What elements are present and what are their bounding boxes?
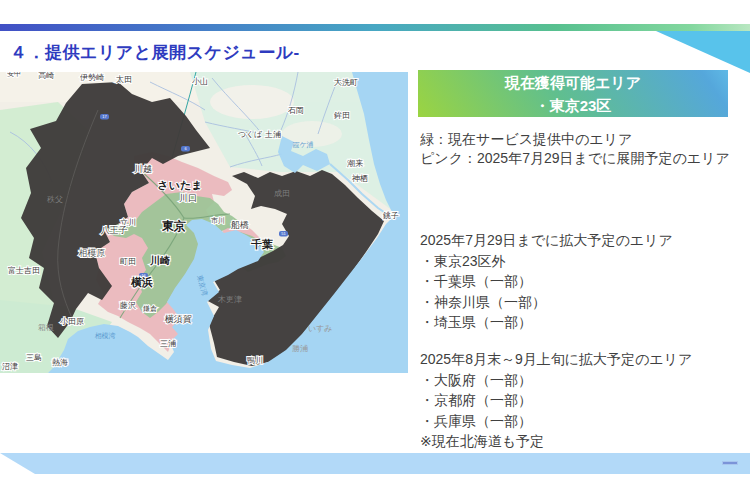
bottom-dash-decoration	[722, 461, 738, 465]
service-area-map: 1761651 高崎安中伊勢崎太田小山さいたま川越川口東京立川八王子相模原町田川…	[0, 72, 408, 373]
city-label: 横須賀	[165, 314, 192, 324]
city-label: 八王子	[101, 225, 128, 235]
city-label: 鎌倉	[143, 305, 157, 313]
route-shield-number: 51	[281, 231, 286, 236]
city-label: 大洗町	[334, 78, 358, 87]
city-label: 三島	[26, 353, 42, 362]
city-label: 東京	[161, 219, 186, 233]
city-label: 藤沢	[119, 301, 136, 310]
city-label: 土浦	[264, 130, 281, 139]
city-label: 小山	[192, 77, 208, 86]
city-label: 高崎	[38, 72, 54, 80]
city-label: 川崎	[149, 255, 170, 266]
water-label: 相模湾	[95, 332, 116, 340]
list-item: ・東京23区外	[420, 251, 748, 272]
city-label: 市川	[211, 216, 225, 224]
city-label: 川越	[134, 164, 152, 174]
panel-header-line1: 現在獲得可能エリア	[418, 72, 728, 93]
section-heading: 2025年8月末～9月上旬に拡大予定のエリア	[420, 349, 748, 370]
slide-title: ４．提供エリアと展開スケジュール-	[10, 41, 300, 64]
legend-line-green: 緑：現在サービス提供中のエリア	[420, 130, 748, 149]
list-item: ・京都府（一部）	[420, 390, 748, 411]
expansion-section-autumn: 2025年8月末～9月上旬に拡大予定のエリア ・大阪府（一部）・京都府（一部）・…	[420, 349, 748, 452]
corner-triangle-decoration	[656, 31, 750, 73]
city-label: 成田	[274, 189, 290, 198]
map-svg: 1761651 高崎安中伊勢崎太田小山さいたま川越川口東京立川八王子相模原町田川…	[0, 72, 408, 373]
city-label: 秩父	[46, 195, 63, 204]
list-item: ・埼玉県（一部）	[420, 312, 748, 333]
city-label: 横浜	[130, 276, 153, 289]
list-item: ・大阪府（一部）	[420, 370, 748, 391]
city-label: 神栖	[351, 174, 368, 183]
section-heading: 2025年7月29日までに拡大予定のエリア	[420, 230, 748, 251]
city-label: 勝浦	[292, 344, 308, 353]
city-label: 鴨川	[247, 356, 263, 365]
section-items: ・大阪府（一部）・京都府（一部）・兵庫県（一部）※現在北海道も予定	[420, 370, 748, 452]
expansion-section-july: 2025年7月29日までに拡大予定のエリア ・東京23区外・千葉県（一部）・神奈…	[420, 230, 748, 333]
city-label: 太田	[116, 75, 132, 84]
top-accent-bar	[0, 24, 750, 31]
city-label: いすみ	[308, 324, 333, 333]
section-items: ・東京23区外・千葉県（一部）・神奈川県（一部）・埼玉県（一部）	[420, 251, 748, 333]
city-label: 沼津	[2, 362, 18, 371]
list-item: ・兵庫県（一部）	[420, 411, 748, 432]
city-label: 小田原	[60, 317, 84, 326]
city-label: 熱海	[52, 358, 68, 367]
city-label: 木更津	[217, 295, 242, 304]
city-label: 千葉	[250, 238, 273, 250]
panel-header: 現在獲得可能エリア ・東京23区	[418, 70, 728, 117]
city-label: 安中	[7, 72, 21, 77]
legend-line-pink: ピンク：2025年7月29日までに展開予定のエリア	[420, 149, 748, 168]
panel-header-line2: ・東京23区	[418, 95, 728, 116]
city-label: 三浦	[160, 339, 176, 348]
city-label: 伊勢崎	[80, 73, 104, 82]
city-label: 町田	[120, 257, 136, 266]
city-label: 箱根	[38, 323, 54, 332]
city-label: つくば	[238, 130, 263, 139]
city-label: 鉾田	[334, 111, 350, 120]
city-label: さいたま	[157, 179, 202, 191]
legend-text: 緑：現在サービス提供中のエリア ピンク：2025年7月29日までに展開予定のエリ…	[420, 130, 748, 168]
bottom-accent-bar	[0, 453, 750, 474]
list-item: ※現在北海道も予定	[420, 431, 748, 452]
city-label: 富士吉田	[8, 266, 40, 275]
city-label: 石岡	[288, 106, 304, 115]
city-label: 銚子	[383, 211, 399, 220]
city-label: 川口	[179, 193, 197, 203]
list-item: ・千葉県（一部）	[420, 271, 748, 292]
list-item: ・神奈川県（一部）	[420, 292, 748, 313]
water-label: 霞ケ浦	[292, 141, 313, 149]
city-label: 船橋	[231, 220, 249, 230]
city-label: 相模原	[79, 248, 106, 258]
route-shield-number: 17	[102, 114, 107, 119]
city-label: 潮来	[347, 159, 363, 168]
